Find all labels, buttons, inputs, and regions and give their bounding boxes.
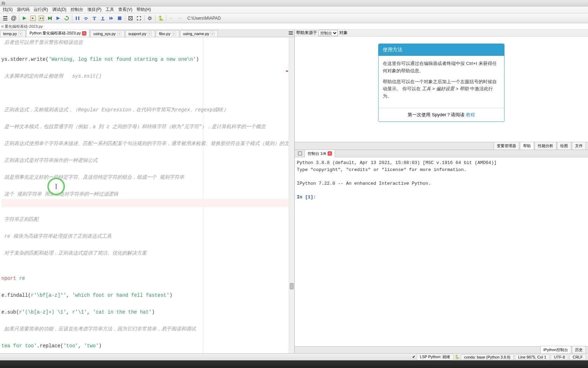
close-icon[interactable]: × — [18, 32, 22, 36]
close-icon[interactable]: × — [328, 151, 332, 156]
tab-temp[interactable]: temp.py × — [0, 30, 26, 37]
code-line[interactable]: 这个 规则字符串 用来表达对字符串的一种过滤逻辑 — [1, 190, 294, 199]
step-over-icon[interactable] — [82, 14, 90, 22]
close-icon[interactable]: × — [211, 32, 215, 36]
continue-icon[interactable] — [107, 14, 115, 22]
code-line[interactable]: 正则表达式，又称规则表达式，（Regular Expression，在代码中常简… — [1, 106, 294, 114]
tab-using-name[interactable]: using_name.py × — [180, 30, 218, 37]
fullscreen-icon[interactable] — [135, 14, 143, 22]
tab-files[interactable]: 文件 — [572, 142, 586, 150]
preferences-icon[interactable] — [146, 14, 154, 22]
code-line[interactable] — [1, 258, 294, 266]
tab-plots[interactable]: 绘图 — [557, 142, 571, 150]
outline-icon[interactable] — [1, 14, 9, 22]
nav-forward-icon[interactable]: → — [176, 14, 184, 22]
console-tab-1[interactable]: 控制台 1/A × — [305, 150, 335, 158]
tab-main[interactable]: Python 量化编程基础-2023.py × — [26, 29, 89, 37]
code-line[interactable] — [1, 182, 294, 190]
help-source-select[interactable]: 控制台 — [319, 30, 338, 36]
menu-debug[interactable]: 调试(D) — [50, 6, 69, 13]
code-line[interactable] — [1, 199, 294, 207]
tab-menu-icon[interactable] — [288, 30, 294, 36]
tutorial-link[interactable]: 教程 — [466, 112, 475, 117]
menu-find[interactable]: 找(S) — [1, 6, 15, 13]
code-line[interactable]: nport re — [1, 275, 294, 283]
tab-help[interactable]: 帮助 — [520, 142, 534, 150]
code-line[interactable]: e.findall(r'\bf[a-z]*', 'which foot or h… — [1, 291, 294, 300]
run-icon[interactable] — [21, 14, 28, 22]
code-line[interactable]: 后者也可以用于显示警告和错误信息 — [1, 39, 294, 47]
code-line[interactable] — [1, 300, 294, 308]
code-line[interactable]: 对于复杂的匹配和处理，正则表达式提供了简洁、优化的解决方案 — [1, 249, 294, 258]
console-body[interactable]: Python 3.8.8 (default, Apr 13 2021, 15:0… — [295, 157, 588, 346]
status-eol[interactable]: CRLF — [569, 354, 586, 360]
tab-profiler[interactable]: 性能分析 — [535, 142, 556, 150]
nav-back-icon[interactable]: ← — [168, 14, 175, 22]
run-selection-icon[interactable] — [46, 14, 54, 22]
scroll-thumb[interactable] — [290, 283, 294, 289]
code-line[interactable]: re 模块为高级字符串处理提供了正则表达式工具 — [1, 232, 294, 241]
close-icon[interactable]: × — [117, 32, 121, 36]
code-line[interactable] — [1, 165, 294, 173]
menu-tools[interactable]: 工具 — [103, 6, 116, 13]
code-line[interactable] — [1, 207, 294, 216]
code-line[interactable]: 是一种文本模式，包括普通字符（例如，a 到 z 之间的字母）和特殊字符（称为"元… — [1, 123, 294, 131]
code-line[interactable]: ys.stderr.write('Warning, log file not f… — [1, 55, 294, 64]
tab-fibo[interactable]: fibo.py × — [156, 30, 179, 37]
status-conda[interactable]: conda: base (Python 3.8.8) — [461, 354, 514, 360]
close-icon[interactable]: × — [82, 31, 86, 35]
os-taskbar[interactable] — [0, 360, 588, 368]
close-icon[interactable]: × — [148, 32, 152, 36]
tab-ipython-console[interactable]: IPython控制台 — [540, 346, 571, 353]
code-line[interactable] — [1, 224, 294, 232]
code-line[interactable] — [1, 334, 294, 342]
code-line[interactable] — [1, 64, 294, 72]
code-line[interactable]: 就是用事先定义好的一些特定字符、及这些特定字符的组合，组成一个 规则字符串 — [1, 173, 294, 182]
debug-pause-icon[interactable] — [74, 14, 81, 22]
code-line[interactable]: 正则表达式使用单个字符串来描述、匹配一系列匹配某个句法规则的字符串，通常被用来检… — [1, 140, 294, 148]
restart-icon[interactable] — [63, 14, 71, 22]
code-line[interactable]: 字符串正则匹配 — [1, 216, 294, 224]
code-line[interactable] — [1, 81, 294, 89]
tab-history[interactable]: 历史 — [572, 346, 586, 353]
code-area[interactable]: 后者也可以用于显示警告和错误信息 ys.stderr.write('Warnin… — [0, 37, 294, 352]
python-path-icon[interactable]: 🐍 — [157, 14, 165, 22]
code-line[interactable]: 如果只需要简单的功能，应该首先考虑字符串方法，因为它们非常简单，易于阅读和调试 — [1, 325, 294, 334]
code-line[interactable]: e.sub(r'(\b[a-z]+) \1', r'\1', 'cat in t… — [1, 308, 294, 317]
close-icon[interactable]: × — [172, 32, 176, 36]
run-cell-advance-icon[interactable] — [38, 14, 45, 22]
editor-scrollbar[interactable] — [289, 37, 294, 353]
menu-view[interactable]: 查看(V) — [116, 6, 134, 13]
menu-help[interactable]: 帮助(H) — [134, 6, 153, 13]
at-icon[interactable]: @ — [10, 14, 18, 22]
tab-support[interactable]: support.py × — [125, 30, 155, 37]
console-menu-icon[interactable] — [296, 150, 304, 157]
status-encoding[interactable]: UTF-8 — [551, 354, 568, 360]
code-line[interactable]: 正则表达式是对字符串操作的一种逻辑公式 — [1, 157, 294, 165]
code-line[interactable] — [1, 47, 294, 55]
menu-project[interactable]: 项目(P) — [85, 6, 103, 13]
code-line[interactable] — [1, 131, 294, 140]
code-line[interactable] — [1, 114, 294, 123]
code-line[interactable]: tea for too'.replace('too', 'two') — [1, 342, 294, 350]
step-into-icon[interactable] — [91, 14, 98, 22]
code-line[interactable] — [1, 148, 294, 157]
menu-console[interactable]: 控制台 — [68, 6, 85, 13]
console-prompt[interactable]: In [1]: — [297, 194, 586, 201]
code-line[interactable] — [1, 317, 294, 325]
tab-variable-explorer[interactable]: 变量管理器 — [494, 142, 519, 150]
code-line[interactable] — [1, 266, 294, 275]
status-lsp[interactable]: LSP Python: 就绪 — [417, 354, 453, 360]
tab-using-sys[interactable]: using_sys.py × — [90, 30, 125, 37]
menu-run[interactable]: 运行(R) — [32, 6, 50, 13]
debug-run-icon[interactable] — [54, 14, 62, 22]
maximize-icon[interactable] — [127, 14, 134, 22]
stop-icon[interactable] — [116, 14, 123, 22]
code-line[interactable]: 大多脚本的定向终止都使用 sys.exit() — [1, 72, 294, 81]
code-line[interactable] — [1, 98, 294, 106]
run-cell-icon[interactable] — [29, 14, 37, 22]
menu-source[interactable]: 源代码 — [15, 6, 32, 13]
code-line[interactable] — [1, 241, 294, 249]
editor-body[interactable]: 后者也可以用于显示警告和错误信息 ys.stderr.write('Warnin… — [0, 37, 294, 353]
code-line[interactable] — [1, 283, 294, 291]
